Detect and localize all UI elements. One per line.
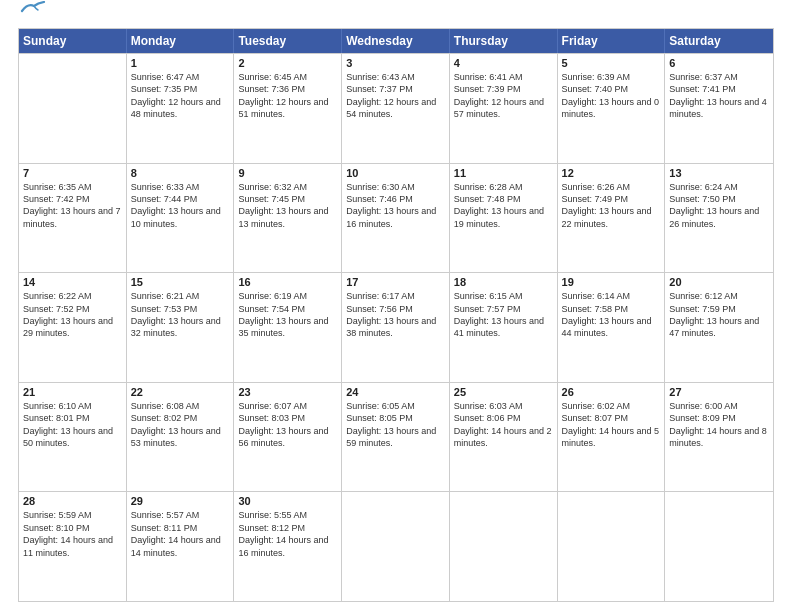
- day-number: 3: [346, 57, 445, 69]
- cell-info: Sunrise: 6:00 AM Sunset: 8:09 PM Dayligh…: [669, 400, 769, 450]
- cell-info: Sunrise: 6:22 AM Sunset: 7:52 PM Dayligh…: [23, 290, 122, 340]
- cell-info: Sunrise: 6:30 AM Sunset: 7:46 PM Dayligh…: [346, 181, 445, 231]
- day-number: 7: [23, 167, 122, 179]
- calendar-cell: 5Sunrise: 6:39 AM Sunset: 7:40 PM Daylig…: [558, 54, 666, 163]
- calendar-cell: 19Sunrise: 6:14 AM Sunset: 7:58 PM Dayli…: [558, 273, 666, 382]
- cell-info: Sunrise: 6:39 AM Sunset: 7:40 PM Dayligh…: [562, 71, 661, 121]
- day-number: 29: [131, 495, 230, 507]
- day-number: 19: [562, 276, 661, 288]
- calendar: SundayMondayTuesdayWednesdayThursdayFrid…: [18, 28, 774, 602]
- cell-info: Sunrise: 5:59 AM Sunset: 8:10 PM Dayligh…: [23, 509, 122, 559]
- cell-info: Sunrise: 6:43 AM Sunset: 7:37 PM Dayligh…: [346, 71, 445, 121]
- calendar-body: 1Sunrise: 6:47 AM Sunset: 7:35 PM Daylig…: [19, 53, 773, 601]
- cell-info: Sunrise: 6:07 AM Sunset: 8:03 PM Dayligh…: [238, 400, 337, 450]
- day-number: 18: [454, 276, 553, 288]
- cell-info: Sunrise: 6:24 AM Sunset: 7:50 PM Dayligh…: [669, 181, 769, 231]
- calendar-cell: 14Sunrise: 6:22 AM Sunset: 7:52 PM Dayli…: [19, 273, 127, 382]
- calendar-cell: 25Sunrise: 6:03 AM Sunset: 8:06 PM Dayli…: [450, 383, 558, 492]
- day-number: 11: [454, 167, 553, 179]
- calendar-cell: 21Sunrise: 6:10 AM Sunset: 8:01 PM Dayli…: [19, 383, 127, 492]
- cell-info: Sunrise: 6:05 AM Sunset: 8:05 PM Dayligh…: [346, 400, 445, 450]
- calendar-cell: [665, 492, 773, 601]
- calendar-cell: 22Sunrise: 6:08 AM Sunset: 8:02 PM Dayli…: [127, 383, 235, 492]
- day-number: 4: [454, 57, 553, 69]
- day-number: 23: [238, 386, 337, 398]
- cell-info: Sunrise: 6:17 AM Sunset: 7:56 PM Dayligh…: [346, 290, 445, 340]
- day-number: 16: [238, 276, 337, 288]
- calendar-cell: 17Sunrise: 6:17 AM Sunset: 7:56 PM Dayli…: [342, 273, 450, 382]
- day-number: 15: [131, 276, 230, 288]
- cal-header-day: Monday: [127, 29, 235, 53]
- calendar-cell: 24Sunrise: 6:05 AM Sunset: 8:05 PM Dayli…: [342, 383, 450, 492]
- calendar-cell: 3Sunrise: 6:43 AM Sunset: 7:37 PM Daylig…: [342, 54, 450, 163]
- cell-info: Sunrise: 6:28 AM Sunset: 7:48 PM Dayligh…: [454, 181, 553, 231]
- cell-info: Sunrise: 6:47 AM Sunset: 7:35 PM Dayligh…: [131, 71, 230, 121]
- page: SundayMondayTuesdayWednesdayThursdayFrid…: [0, 0, 792, 612]
- calendar-cell: 4Sunrise: 6:41 AM Sunset: 7:39 PM Daylig…: [450, 54, 558, 163]
- cell-info: Sunrise: 6:12 AM Sunset: 7:59 PM Dayligh…: [669, 290, 769, 340]
- calendar-cell: 23Sunrise: 6:07 AM Sunset: 8:03 PM Dayli…: [234, 383, 342, 492]
- day-number: 24: [346, 386, 445, 398]
- calendar-row: 21Sunrise: 6:10 AM Sunset: 8:01 PM Dayli…: [19, 382, 773, 492]
- day-number: 14: [23, 276, 122, 288]
- cell-info: Sunrise: 6:45 AM Sunset: 7:36 PM Dayligh…: [238, 71, 337, 121]
- calendar-cell: 29Sunrise: 5:57 AM Sunset: 8:11 PM Dayli…: [127, 492, 235, 601]
- calendar-cell: 2Sunrise: 6:45 AM Sunset: 7:36 PM Daylig…: [234, 54, 342, 163]
- day-number: 5: [562, 57, 661, 69]
- day-number: 17: [346, 276, 445, 288]
- calendar-cell: [19, 54, 127, 163]
- cell-info: Sunrise: 6:35 AM Sunset: 7:42 PM Dayligh…: [23, 181, 122, 231]
- cal-header-day: Saturday: [665, 29, 773, 53]
- calendar-cell: 26Sunrise: 6:02 AM Sunset: 8:07 PM Dayli…: [558, 383, 666, 492]
- calendar-cell: 8Sunrise: 6:33 AM Sunset: 7:44 PM Daylig…: [127, 164, 235, 273]
- calendar-cell: 7Sunrise: 6:35 AM Sunset: 7:42 PM Daylig…: [19, 164, 127, 273]
- day-number: 10: [346, 167, 445, 179]
- day-number: 22: [131, 386, 230, 398]
- calendar-cell: [558, 492, 666, 601]
- calendar-cell: 13Sunrise: 6:24 AM Sunset: 7:50 PM Dayli…: [665, 164, 773, 273]
- day-number: 20: [669, 276, 769, 288]
- calendar-cell: 1Sunrise: 6:47 AM Sunset: 7:35 PM Daylig…: [127, 54, 235, 163]
- day-number: 26: [562, 386, 661, 398]
- cell-info: Sunrise: 6:32 AM Sunset: 7:45 PM Dayligh…: [238, 181, 337, 231]
- calendar-cell: 28Sunrise: 5:59 AM Sunset: 8:10 PM Dayli…: [19, 492, 127, 601]
- calendar-header: SundayMondayTuesdayWednesdayThursdayFrid…: [19, 29, 773, 53]
- calendar-cell: 30Sunrise: 5:55 AM Sunset: 8:12 PM Dayli…: [234, 492, 342, 601]
- calendar-row: 28Sunrise: 5:59 AM Sunset: 8:10 PM Dayli…: [19, 491, 773, 601]
- calendar-cell: 18Sunrise: 6:15 AM Sunset: 7:57 PM Dayli…: [450, 273, 558, 382]
- calendar-cell: 27Sunrise: 6:00 AM Sunset: 8:09 PM Dayli…: [665, 383, 773, 492]
- cell-info: Sunrise: 6:19 AM Sunset: 7:54 PM Dayligh…: [238, 290, 337, 340]
- calendar-row: 7Sunrise: 6:35 AM Sunset: 7:42 PM Daylig…: [19, 163, 773, 273]
- calendar-cell: 16Sunrise: 6:19 AM Sunset: 7:54 PM Dayli…: [234, 273, 342, 382]
- day-number: 25: [454, 386, 553, 398]
- calendar-cell: 11Sunrise: 6:28 AM Sunset: 7:48 PM Dayli…: [450, 164, 558, 273]
- day-number: 6: [669, 57, 769, 69]
- calendar-row: 14Sunrise: 6:22 AM Sunset: 7:52 PM Dayli…: [19, 272, 773, 382]
- cell-info: Sunrise: 5:55 AM Sunset: 8:12 PM Dayligh…: [238, 509, 337, 559]
- cell-info: Sunrise: 6:26 AM Sunset: 7:49 PM Dayligh…: [562, 181, 661, 231]
- calendar-cell: 20Sunrise: 6:12 AM Sunset: 7:59 PM Dayli…: [665, 273, 773, 382]
- day-number: 2: [238, 57, 337, 69]
- day-number: 9: [238, 167, 337, 179]
- cell-info: Sunrise: 6:02 AM Sunset: 8:07 PM Dayligh…: [562, 400, 661, 450]
- cal-header-day: Tuesday: [234, 29, 342, 53]
- day-number: 28: [23, 495, 122, 507]
- day-number: 12: [562, 167, 661, 179]
- day-number: 30: [238, 495, 337, 507]
- cell-info: Sunrise: 6:03 AM Sunset: 8:06 PM Dayligh…: [454, 400, 553, 450]
- day-number: 27: [669, 386, 769, 398]
- cal-header-day: Wednesday: [342, 29, 450, 53]
- day-number: 21: [23, 386, 122, 398]
- logo-bird-icon: [20, 1, 46, 17]
- cell-info: Sunrise: 6:14 AM Sunset: 7:58 PM Dayligh…: [562, 290, 661, 340]
- calendar-cell: 9Sunrise: 6:32 AM Sunset: 7:45 PM Daylig…: [234, 164, 342, 273]
- calendar-cell: 15Sunrise: 6:21 AM Sunset: 7:53 PM Dayli…: [127, 273, 235, 382]
- cell-info: Sunrise: 6:33 AM Sunset: 7:44 PM Dayligh…: [131, 181, 230, 231]
- calendar-cell: 12Sunrise: 6:26 AM Sunset: 7:49 PM Dayli…: [558, 164, 666, 273]
- cell-info: Sunrise: 6:21 AM Sunset: 7:53 PM Dayligh…: [131, 290, 230, 340]
- day-number: 13: [669, 167, 769, 179]
- cal-header-day: Thursday: [450, 29, 558, 53]
- cell-info: Sunrise: 5:57 AM Sunset: 8:11 PM Dayligh…: [131, 509, 230, 559]
- cal-header-day: Friday: [558, 29, 666, 53]
- cell-info: Sunrise: 6:08 AM Sunset: 8:02 PM Dayligh…: [131, 400, 230, 450]
